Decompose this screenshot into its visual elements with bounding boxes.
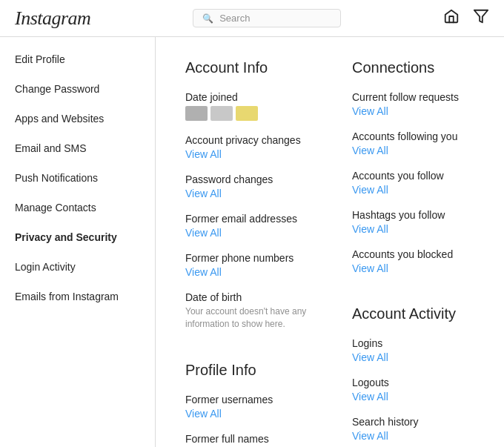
date-of-birth: Date of birth Your account doesn't have … bbox=[185, 291, 308, 331]
left-column: Account Info Date joined Account privacy… bbox=[185, 59, 308, 447]
accounts-following-you: Accounts following you View All bbox=[352, 130, 474, 156]
logouts: Logouts View All bbox=[352, 377, 474, 403]
header: Instagram 🔍 bbox=[0, 0, 504, 37]
accounts-blocked-viewall[interactable]: View All bbox=[352, 262, 474, 274]
sidebar: Edit ProfileChange PasswordApps and Webs… bbox=[0, 37, 156, 447]
sidebar-item-edit-profile[interactable]: Edit Profile bbox=[0, 44, 155, 74]
date-joined-label: Date joined bbox=[185, 91, 308, 103]
account-info-section: Account Info Date joined Account privacy… bbox=[185, 59, 308, 344]
account-privacy-viewall[interactable]: View All bbox=[185, 148, 308, 160]
date-block-1 bbox=[185, 106, 208, 121]
account-privacy-changes: Account privacy changes View All bbox=[185, 134, 308, 160]
search-bar[interactable]: 🔍 bbox=[193, 9, 341, 27]
profile-info-title: Profile Info bbox=[185, 362, 308, 379]
search-icon: 🔍 bbox=[202, 13, 213, 24]
accounts-you-blocked: Accounts you blocked View All bbox=[352, 248, 474, 274]
search-input[interactable] bbox=[219, 13, 331, 24]
former-usernames-viewall[interactable]: View All bbox=[185, 408, 308, 420]
former-full-names: Former full names View All bbox=[185, 433, 308, 447]
former-phone-viewall[interactable]: View All bbox=[185, 266, 308, 278]
sidebar-item-manage-contacts[interactable]: Manage Contacts bbox=[0, 193, 155, 222]
password-changes-viewall[interactable]: View All bbox=[185, 188, 308, 199]
sidebar-item-apps-websites[interactable]: Apps and Websites bbox=[0, 104, 155, 133]
logouts-viewall[interactable]: View All bbox=[352, 391, 474, 403]
logo: Instagram bbox=[15, 7, 90, 30]
sidebar-item-push-notifications[interactable]: Push Notifications bbox=[0, 163, 155, 193]
date-joined-item: Date joined bbox=[185, 91, 308, 121]
former-usernames: Former usernames View All bbox=[185, 394, 308, 420]
content: Account Info Date joined Account privacy… bbox=[156, 37, 504, 447]
connections-title: Connections bbox=[352, 59, 474, 76]
former-phone-numbers: Former phone numbers View All bbox=[185, 252, 308, 278]
accounts-you-follow: Accounts you follow View All bbox=[352, 170, 474, 196]
logins: Logins View All bbox=[352, 337, 474, 363]
accounts-following-viewall[interactable]: View All bbox=[352, 145, 474, 156]
current-follow-requests: Current follow requests View All bbox=[352, 91, 474, 117]
password-changes: Password changes View All bbox=[185, 173, 308, 199]
date-block-2 bbox=[210, 106, 233, 121]
date-block-3 bbox=[236, 106, 258, 121]
sidebar-item-emails-instagram[interactable]: Emails from Instagram bbox=[0, 282, 155, 311]
former-email-addresses: Former email addresses View All bbox=[185, 213, 308, 239]
hashtags-follow-viewall[interactable]: View All bbox=[352, 223, 474, 235]
logins-viewall[interactable]: View All bbox=[352, 351, 474, 363]
home-icon[interactable] bbox=[443, 8, 460, 28]
right-column: Connections Current follow requests View… bbox=[352, 59, 474, 447]
main-layout: Edit ProfileChange PasswordApps and Webs… bbox=[0, 37, 504, 447]
sidebar-item-privacy-security[interactable]: Privacy and Security bbox=[0, 222, 155, 252]
former-email-viewall[interactable]: View All bbox=[185, 227, 308, 239]
svg-marker-0 bbox=[474, 10, 488, 23]
accounts-you-follow-viewall[interactable]: View All bbox=[352, 184, 474, 196]
sidebar-item-email-sms[interactable]: Email and SMS bbox=[0, 133, 155, 163]
header-icons bbox=[443, 8, 489, 28]
account-activity-section: Account Activity Logins View All Logouts… bbox=[352, 305, 474, 447]
sidebar-item-change-password[interactable]: Change Password bbox=[0, 74, 155, 104]
connections-section: Connections Current follow requests View… bbox=[352, 59, 474, 288]
account-info-title: Account Info bbox=[185, 59, 308, 76]
hashtags-you-follow: Hashtags you follow View All bbox=[352, 209, 474, 235]
profile-info-section: Profile Info Former usernames View All F… bbox=[185, 362, 308, 447]
search-history: Search history View All bbox=[352, 416, 474, 442]
account-activity-title: Account Activity bbox=[352, 305, 474, 322]
search-history-viewall[interactable]: View All bbox=[352, 430, 474, 442]
sidebar-item-login-activity[interactable]: Login Activity bbox=[0, 252, 155, 282]
filter-icon[interactable] bbox=[473, 8, 489, 28]
follow-requests-viewall[interactable]: View All bbox=[352, 105, 474, 117]
date-blocks bbox=[185, 106, 308, 121]
